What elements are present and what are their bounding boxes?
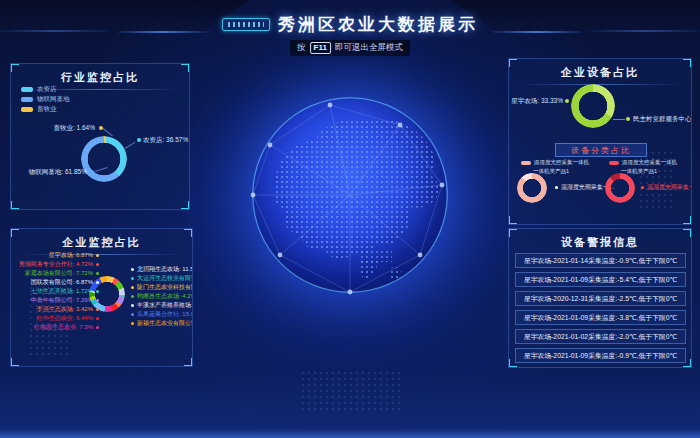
corner-bracket bbox=[683, 228, 692, 237]
bg-dots-patch bbox=[300, 370, 400, 410]
corner-bracket bbox=[508, 228, 517, 237]
legend-swatch bbox=[521, 161, 531, 165]
pie-label-dot bbox=[641, 186, 644, 189]
alarm-list-item[interactable]: 星宇农场-2020-12-31采集温度:-2.5℃,低于下限0℃ bbox=[515, 291, 686, 306]
dot-block bbox=[358, 250, 392, 262]
panel-industry-monitor-ratio: 行业监控占比 农资店 物联网基地 畜牧业 畜牧业: 1.64% 农资店: 36.… bbox=[10, 63, 190, 210]
legend-swatch bbox=[21, 97, 33, 102]
corner-bracket bbox=[683, 216, 692, 225]
brand-logo bbox=[222, 18, 270, 31]
industry-donut-chart[interactable] bbox=[81, 136, 127, 182]
corner-bracket bbox=[683, 58, 692, 67]
pie-label: 新颖生态农业有限公司: 6.87% bbox=[131, 319, 193, 328]
alarm-list-item[interactable]: 星宇农场-2021-01-02采集温度:-2.0℃,低于下限0℃ bbox=[515, 329, 686, 344]
pie-label: 鸭嘴兽生态农场: 4.29 bbox=[131, 292, 193, 301]
pie-label-iot-base: 物联网基地: 61.85% bbox=[17, 168, 87, 177]
legend-item[interactable]: 温湿度光照采集一体机 bbox=[521, 159, 589, 166]
enterprise-device-donut-chart[interactable] bbox=[571, 84, 615, 128]
legend-label: 物联网基地 bbox=[37, 95, 70, 104]
pie-label: 大运河生态牧业有限责任公 bbox=[131, 274, 193, 283]
panel-title: 企业监控占比 bbox=[11, 235, 192, 250]
device-class-donut-2[interactable] bbox=[605, 173, 635, 203]
panel-title: 设备警报信息 bbox=[509, 235, 691, 250]
pie-label: 家庭农场有限公司: 7.72% bbox=[13, 269, 99, 278]
dashboard-stage: 秀洲区农业大数据展示 按 F11 即可退出全屏模式 bbox=[0, 0, 700, 438]
leader-line bbox=[125, 142, 136, 149]
legend-item[interactable]: 畜牧业 bbox=[21, 105, 57, 114]
pie-label-livestock: 畜牧业: 1.64% bbox=[25, 124, 95, 133]
pie-label: 秀湖商务专业合作社: 4.72% bbox=[13, 260, 99, 269]
panel-enterprise-monitor-ratio: 企业监控占比 星宇农场: 6.87% 秀湖商务专业合作社: 4.72% 家庭农场… bbox=[10, 228, 193, 367]
panel-enterprise-device-ratio: 企业设备占比 星宇农场: 33.33% 民主村党群服务中心: 设备分类占比 温湿… bbox=[508, 58, 692, 225]
leader-line bbox=[613, 119, 625, 120]
globe-map-overlay bbox=[240, 85, 460, 305]
corner-bracket bbox=[683, 359, 692, 368]
alarm-list-item[interactable]: 星宇农场-2021-01-09采集温度:-3.8℃,低于下限0℃ bbox=[515, 310, 686, 325]
panel-title: 行业监控占比 bbox=[11, 70, 189, 85]
alarm-list-item[interactable]: 星宇农场-2021-01-14采集温度:-0.9℃,低于下限0℃ bbox=[515, 253, 686, 268]
pie-label-dot bbox=[90, 170, 94, 174]
pie-label: 中奥年有限公司: 7.29% bbox=[13, 296, 99, 305]
legend-swatch bbox=[21, 107, 33, 112]
pie-label-dot bbox=[565, 99, 569, 103]
pie-label-dot bbox=[137, 138, 141, 142]
pie-label: 国联发有限公司: 6.87% bbox=[13, 278, 99, 287]
corner-bracket bbox=[181, 201, 190, 210]
corner-bracket bbox=[184, 358, 193, 367]
bottom-accent-band bbox=[0, 429, 700, 438]
panel-title: 企业设备占比 bbox=[509, 65, 691, 80]
device-class-subtitle: 设备分类占比 bbox=[555, 143, 647, 157]
alarm-list-item[interactable]: 星宇农场-2021-01-09采集温度:-0.9℃,低于下限0℃ bbox=[515, 348, 686, 363]
pie-label: 七华生态养殖场: 1.72% bbox=[13, 287, 99, 296]
pie-label-xingyu-farm: 星宇农场: 33.33% bbox=[509, 97, 563, 106]
legend-label: 温湿度光照采集一体机 bbox=[534, 159, 589, 166]
pie-label: 红梅园生态农业: 7.3% bbox=[13, 323, 99, 332]
legend-label: 温湿度光照采集一体机 bbox=[622, 159, 677, 166]
pie-label: 丰溪水产养殖养殖场: 1. bbox=[131, 301, 193, 310]
pie-label: 陡门生态农业科技有限公 bbox=[131, 283, 193, 292]
legend-item[interactable]: 农资店 bbox=[21, 85, 57, 94]
legend-item[interactable]: 物联网基地 bbox=[21, 95, 70, 104]
continent-dots bbox=[273, 119, 439, 259]
pie-label: 红丰生态农业: 6.44% bbox=[13, 314, 99, 323]
device-class-donut-1[interactable] bbox=[517, 173, 547, 203]
pie-label-dot bbox=[626, 117, 630, 121]
legend-label: 农资店 bbox=[37, 85, 57, 94]
legend-item[interactable]: 温湿度光照采集一体机 bbox=[609, 159, 677, 166]
corner-bracket bbox=[508, 359, 517, 368]
corner-bracket bbox=[10, 201, 19, 210]
pie-label: 星宇农场: 6.87% bbox=[13, 251, 99, 260]
corner-bracket bbox=[508, 216, 517, 225]
pie-label: 温湿度光照采集一… bbox=[647, 183, 692, 192]
corner-bracket bbox=[10, 228, 19, 237]
corner-bracket bbox=[181, 63, 190, 72]
pie-label-dot bbox=[555, 186, 558, 189]
panel-device-alarm-info: 设备警报信息 星宇农场-2021-01-14采集温度:-0.9℃,低于下限0℃ … bbox=[508, 228, 692, 368]
pie-label: 李强生态农场: 3.42% bbox=[13, 305, 99, 314]
legend-swatch bbox=[609, 161, 619, 165]
corner-bracket bbox=[184, 228, 193, 237]
pie-label: 北玥翔生态农场: 11.56% bbox=[131, 265, 193, 274]
pie-label: 瓜果蔬菜合作社: 15.02% bbox=[131, 310, 193, 319]
legend-label: 畜牧业 bbox=[37, 105, 57, 114]
legend-swatch bbox=[21, 87, 33, 92]
corner-bracket bbox=[10, 63, 19, 72]
pie-label-minzhu-center: 民主村党群服务中心: bbox=[633, 115, 692, 124]
corner-bracket bbox=[508, 58, 517, 67]
corner-bracket bbox=[10, 358, 19, 367]
alarm-list-item[interactable]: 星宇农场-2021-01-09采集温度:-5.4℃,低于下限0℃ bbox=[515, 272, 686, 287]
pie-label-agri-store: 农资店: 36.57% bbox=[143, 136, 188, 145]
